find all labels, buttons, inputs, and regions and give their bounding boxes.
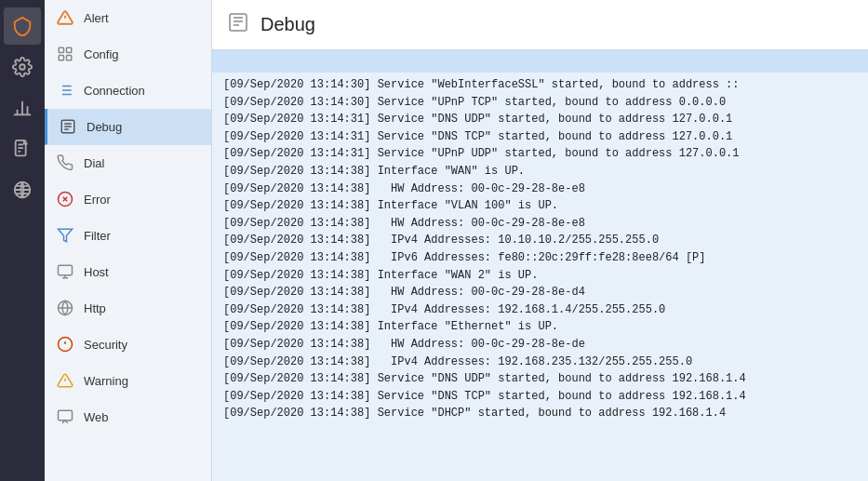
debug-icon	[59, 117, 77, 136]
sidebar-item-host[interactable]: Host	[45, 254, 211, 290]
connection-icon	[56, 81, 74, 100]
sidebar-item-security[interactable]: Security	[45, 327, 211, 363]
sidebar-item-web-label: Web	[84, 410, 109, 424]
icon-bar-chart[interactable]	[4, 89, 41, 127]
header-debug-icon	[227, 11, 249, 38]
icon-bar-globe[interactable]	[4, 171, 41, 208]
sidebar-item-warning[interactable]: Warning	[45, 363, 211, 399]
sidebar-item-dial-label: Dial	[84, 156, 104, 170]
sidebar: Alert Config Connection	[45, 0, 212, 481]
svg-point-0	[20, 64, 25, 70]
sidebar-item-debug[interactable]: Debug	[45, 109, 211, 145]
sidebar-item-config[interactable]: Config	[45, 36, 211, 73]
icon-bar-settings[interactable]	[4, 48, 41, 86]
sidebar-item-error-label: Error	[84, 193, 111, 207]
security-icon	[56, 335, 74, 354]
sidebar-item-security-label: Security	[84, 338, 127, 352]
sidebar-item-dial[interactable]: Dial	[45, 145, 211, 181]
host-icon	[56, 262, 74, 281]
sidebar-item-alert-label: Alert	[84, 11, 109, 25]
log-highlight-bar	[212, 50, 868, 73]
sidebar-item-http-label: Http	[84, 301, 106, 315]
svg-rect-15	[67, 56, 72, 60]
sidebar-item-connection-label: Connection	[84, 84, 145, 98]
sidebar-item-config-label: Config	[84, 47, 119, 61]
svg-rect-13	[67, 47, 72, 52]
web-icon	[56, 408, 74, 426]
http-icon	[56, 299, 74, 317]
svg-rect-24	[59, 265, 73, 275]
icon-bar-shield[interactable]	[4, 7, 41, 45]
header: Debug	[212, 0, 868, 50]
icon-bar-document[interactable]	[4, 130, 41, 167]
log-area[interactable]: [09/Sep/2020 13:14:30] Service "WebInter…	[212, 50, 868, 481]
sidebar-item-http[interactable]: Http	[45, 290, 211, 327]
sidebar-item-filter[interactable]: Filter	[45, 218, 211, 254]
sidebar-item-debug-label: Debug	[87, 120, 122, 134]
svg-rect-34	[59, 410, 73, 421]
log-content: [09/Sep/2020 13:14:30] Service "WebInter…	[212, 73, 868, 426]
sidebar-item-host-label: Host	[84, 265, 109, 279]
filter-icon	[56, 226, 74, 245]
config-icon	[56, 45, 74, 63]
svg-rect-12	[59, 47, 63, 52]
sidebar-item-web[interactable]: Web	[45, 399, 211, 435]
sidebar-item-alert[interactable]: Alert	[45, 0, 211, 36]
sidebar-item-warning-label: Warning	[84, 374, 128, 388]
svg-marker-23	[59, 229, 73, 242]
warning-icon	[56, 371, 74, 390]
svg-rect-35	[230, 14, 247, 31]
page-title: Debug	[260, 14, 315, 35]
sidebar-item-connection[interactable]: Connection	[45, 73, 211, 109]
error-icon	[56, 190, 74, 208]
sidebar-item-error[interactable]: Error	[45, 181, 211, 218]
sidebar-item-filter-label: Filter	[84, 229, 111, 243]
svg-rect-14	[59, 56, 63, 60]
icon-bar	[0, 0, 45, 481]
dial-icon	[56, 154, 74, 172]
alert-icon	[56, 8, 74, 27]
main-content: Debug [09/Sep/2020 13:14:30] Service "We…	[212, 0, 868, 481]
